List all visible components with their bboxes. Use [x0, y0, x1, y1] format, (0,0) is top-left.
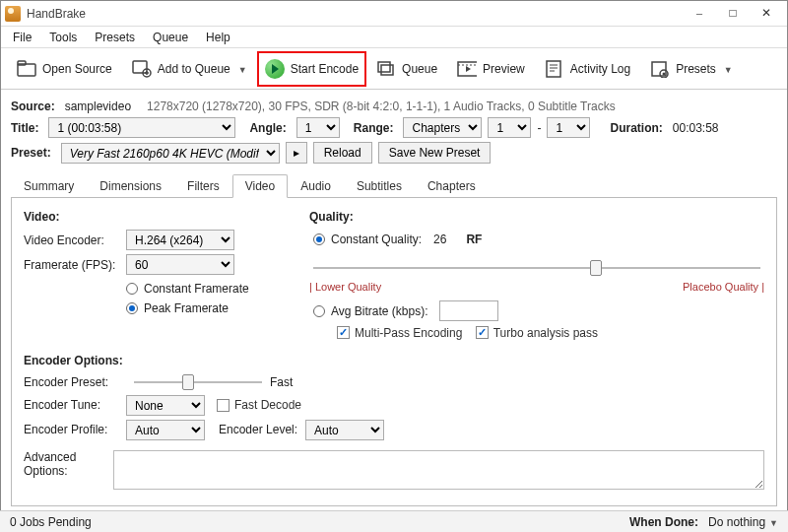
queue-label: Queue	[402, 62, 437, 76]
advanced-options-input[interactable]	[113, 450, 764, 490]
duration-value: 00:03:58	[673, 121, 719, 135]
tab-video[interactable]: Video	[232, 174, 288, 198]
activity-log-icon	[545, 59, 564, 79]
advanced-options-label: Advanced Options:	[24, 450, 113, 478]
encoder-options-label: Encoder Options:	[24, 354, 764, 367]
svg-marker-9	[466, 66, 471, 72]
svg-rect-0	[18, 64, 35, 76]
cfr-label: Constant Framerate	[144, 282, 249, 296]
tab-chapters[interactable]: Chapters	[415, 174, 489, 198]
window-title: HandBrake	[27, 7, 683, 21]
close-button[interactable]: ✕	[750, 2, 783, 26]
activity-log-button[interactable]: Activity Log	[535, 53, 640, 85]
source-meta: 1278x720 (1278x720), 30 FPS, SDR (8-bit …	[147, 100, 616, 113]
quality-slider[interactable]	[313, 259, 760, 277]
range-to-select[interactable]: 1	[547, 117, 590, 138]
svg-rect-2	[133, 61, 147, 73]
peak-framerate-radio[interactable]: Peak Framerate	[126, 301, 229, 315]
encoder-level-label: Encoder Level:	[219, 423, 297, 436]
chevron-down-icon[interactable]: ▼	[769, 518, 778, 528]
when-done-label: When Done:	[629, 515, 698, 529]
tab-dimensions[interactable]: Dimensions	[87, 174, 174, 198]
encoder-level-select[interactable]: Auto	[305, 420, 384, 440]
source-label: Source:	[11, 100, 55, 113]
source-row: Source: samplevideo 1278x720 (1278x720),…	[11, 100, 777, 113]
preset-select[interactable]: Very Fast 2160p60 4K HEVC (Modified)	[61, 143, 280, 164]
when-done-value: Do nothing	[708, 515, 765, 529]
add-to-queue-label: Add to Queue	[158, 62, 230, 76]
minimize-button[interactable]: –	[683, 2, 716, 26]
range-from-select[interactable]: 1	[488, 117, 531, 138]
multipass-label: Multi-Pass Encoding	[355, 326, 462, 340]
constant-framerate-radio[interactable]: Constant Framerate	[126, 282, 249, 296]
menu-presets[interactable]: Presets	[87, 29, 143, 46]
constant-quality-radio[interactable]: Constant Quality: 26 RF	[313, 233, 482, 246]
presets-label: Presets	[676, 62, 716, 76]
play-icon	[265, 59, 285, 79]
tab-subtitles[interactable]: Subtitles	[344, 174, 415, 198]
menu-help[interactable]: Help	[198, 29, 238, 46]
encoder-preset-slider[interactable]	[134, 373, 262, 391]
svg-rect-6	[378, 62, 390, 72]
encoder-tune-select[interactable]: None	[126, 395, 205, 416]
encoder-profile-select[interactable]: Auto	[126, 420, 205, 440]
svg-rect-7	[381, 65, 393, 75]
queue-button[interactable]: Queue	[366, 53, 447, 85]
encoder-preset-value: Fast	[270, 375, 293, 389]
rf-label: RF	[466, 233, 482, 246]
presets-icon	[650, 59, 670, 79]
tab-filters[interactable]: Filters	[174, 174, 232, 198]
title-select[interactable]: 1 (00:03:58)	[48, 117, 235, 138]
svg-rect-11	[547, 61, 560, 77]
tab-audio[interactable]: Audio	[288, 174, 344, 198]
fast-decode-checkbox[interactable]: Fast Decode	[217, 398, 301, 412]
presets-button[interactable]: Presets ▼	[640, 53, 743, 85]
tabs: Summary Dimensions Filters Video Audio S…	[11, 173, 777, 198]
video-encoder-select[interactable]: H.264 (x264)	[126, 230, 234, 250]
cq-value: 26	[433, 233, 446, 246]
maximize-button[interactable]: □	[716, 2, 750, 26]
lower-quality-label: | Lower Quality	[309, 281, 381, 293]
framerate-label: Framerate (FPS):	[24, 258, 126, 272]
angle-select[interactable]: 1	[296, 117, 340, 138]
menu-queue[interactable]: Queue	[145, 29, 196, 46]
app-icon	[5, 6, 21, 22]
encoder-tune-label: Encoder Tune:	[24, 398, 126, 412]
framerate-select[interactable]: 60	[126, 254, 234, 275]
video-section-label: Video:	[24, 210, 280, 224]
add-to-queue-icon	[132, 59, 152, 79]
placebo-quality-label: Placebo Quality |	[683, 281, 764, 293]
menu-file[interactable]: File	[5, 29, 39, 46]
start-encode-label: Start Encode	[291, 62, 359, 76]
quality-section-label: Quality:	[309, 210, 764, 224]
queue-icon	[376, 59, 396, 79]
avg-bitrate-radio[interactable]: Avg Bitrate (kbps):	[313, 300, 498, 321]
tab-summary[interactable]: Summary	[11, 174, 87, 198]
title-row: Title: 1 (00:03:58) Angle: 1 Range: Chap…	[11, 117, 777, 138]
cq-label: Constant Quality:	[331, 233, 422, 246]
open-source-label: Open Source	[42, 62, 112, 76]
reload-button[interactable]: Reload	[313, 142, 372, 164]
range-type-select[interactable]: Chapters	[403, 117, 482, 138]
encoder-preset-label: Encoder Preset:	[24, 375, 126, 389]
pfr-label: Peak Framerate	[144, 301, 229, 315]
toolbar: Open Source Add to Queue ▼ Start Encode …	[1, 48, 787, 90]
save-new-preset-button[interactable]: Save New Preset	[378, 142, 492, 164]
main-content: Source: samplevideo 1278x720 (1278x720),…	[1, 90, 787, 532]
multipass-checkbox[interactable]: ✓Multi-Pass Encoding	[337, 326, 462, 340]
chevron-down-icon: ▼	[724, 65, 733, 75]
encoder-profile-label: Encoder Profile:	[24, 423, 126, 436]
preset-expand-button[interactable]: ▸	[286, 142, 307, 164]
preview-button[interactable]: Preview	[447, 53, 535, 85]
status-bar: 0 Jobs Pending When Done: Do nothing ▼	[0, 510, 788, 532]
activity-log-label: Activity Log	[570, 62, 630, 76]
menu-tools[interactable]: Tools	[41, 29, 85, 46]
start-encode-button[interactable]: Start Encode	[257, 51, 366, 87]
angle-label: Angle:	[249, 121, 286, 135]
open-source-button[interactable]: Open Source	[7, 53, 122, 85]
open-source-icon	[17, 59, 36, 79]
add-to-queue-button[interactable]: Add to Queue ▼	[122, 53, 257, 85]
range-label: Range:	[354, 121, 394, 135]
avg-bitrate-input[interactable]	[439, 300, 498, 321]
turbo-checkbox[interactable]: ✓Turbo analysis pass	[476, 326, 598, 340]
